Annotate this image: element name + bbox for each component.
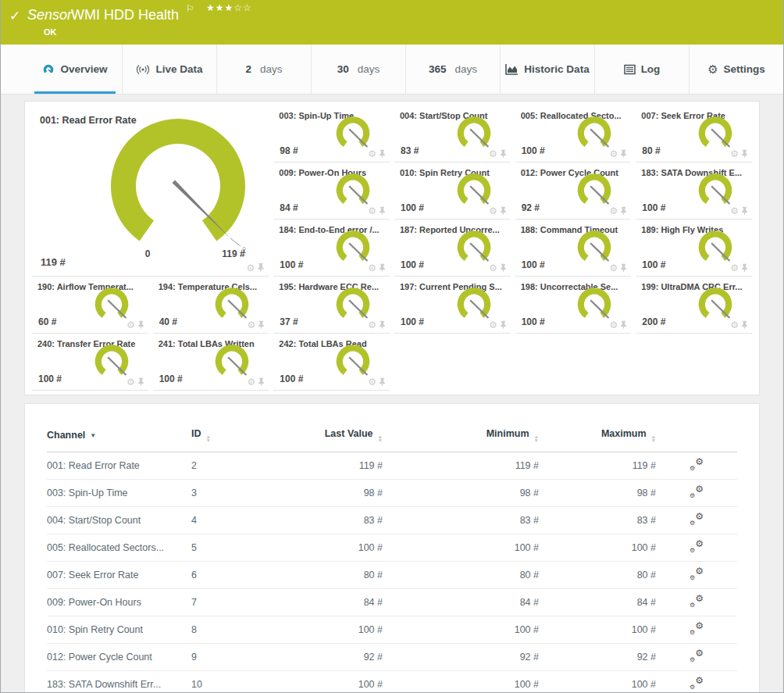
column-header-minimum[interactable]: Minimum▲▼: [383, 421, 539, 452]
flag-icon[interactable]: ⚐: [186, 3, 194, 14]
gauge-cell[interactable]: 005: Reallocated Secto... 100 # ⚙: [515, 105, 632, 163]
gear-icon[interactable]: ⚙: [368, 206, 376, 216]
column-header-channel[interactable]: Channel▼: [47, 421, 191, 452]
gear-icon[interactable]: ⚙: [610, 263, 618, 273]
channel-settings-gears-icon[interactable]: ⚙⚙: [690, 568, 704, 580]
gauge-cell[interactable]: 241: Total LBAs Written 100 # ⚙: [153, 334, 269, 391]
pin-icon[interactable]: [620, 149, 627, 159]
tab-overview[interactable]: Overview: [28, 45, 122, 94]
table-row[interactable]: 007: Seek Error Rate 6 80 # 80 # 80 # ⚙⚙: [47, 562, 737, 589]
gauge-cell[interactable]: 183: SATA Downshift E... 100 # ⚙: [636, 163, 752, 220]
cell-channel[interactable]: 003: Spin-Up Time: [47, 480, 191, 507]
pin-icon[interactable]: [741, 263, 748, 273]
table-row[interactable]: 001: Read Error Rate 2 119 # 119 # 119 #…: [47, 452, 737, 480]
pin-icon[interactable]: [741, 149, 748, 159]
gauge-cell[interactable]: 012: Power Cycle Count 92 # ⚙: [515, 163, 632, 220]
column-header-last-value[interactable]: Last Value▲▼: [265, 421, 383, 452]
table-row[interactable]: 010: Spin Retry Count 8 100 # 100 # 100 …: [47, 616, 737, 644]
gauge-cell[interactable]: 240: Transfer Error Rate 100 # ⚙: [32, 334, 148, 391]
channel-settings-gears-icon[interactable]: ⚙⚙: [690, 513, 704, 525]
pin-icon[interactable]: [379, 206, 386, 216]
table-row[interactable]: 009: Power-On Hours 7 84 # 84 # 84 # ⚙⚙: [47, 589, 737, 616]
column-header-id[interactable]: ID▲▼: [191, 421, 265, 452]
pin-icon[interactable]: [379, 320, 386, 330]
channel-settings-gears-icon[interactable]: ⚙⚙: [690, 677, 704, 689]
pin-icon[interactable]: [137, 320, 144, 330]
tab-365-days[interactable]: 365 days: [405, 45, 500, 94]
gauge-cell[interactable]: 195: Hardware ECC Re... 37 # ⚙: [273, 277, 390, 334]
channel-settings-gears-icon[interactable]: ⚙⚙: [690, 459, 704, 470]
cell-channel[interactable]: 004: Start/Stop Count: [47, 507, 191, 534]
cell-channel[interactable]: 009: Power-On Hours: [47, 589, 191, 616]
table-row[interactable]: 003: Spin-Up Time 3 98 # 98 # 98 # ⚙⚙: [47, 480, 737, 507]
cell-channel[interactable]: 010: Spin Retry Count: [47, 616, 191, 644]
gear-icon[interactable]: ⚙: [489, 320, 497, 330]
pin-icon[interactable]: [258, 320, 265, 330]
channel-settings-gears-icon[interactable]: ⚙⚙: [690, 541, 704, 552]
gear-icon[interactable]: ⚙: [489, 206, 497, 216]
gear-icon[interactable]: ⚙: [127, 320, 135, 330]
gear-icon[interactable]: ⚙: [730, 149, 739, 159]
gear-icon[interactable]: ⚙: [610, 149, 618, 159]
gauge-cell[interactable]: 003: Spin-Up Time 98 # ⚙: [273, 105, 390, 163]
cell-channel[interactable]: 005: Reallocated Sectors...: [47, 534, 191, 562]
gauge-cell[interactable]: 004: Start/Stop Count 83 # ⚙: [394, 105, 511, 163]
tab-settings[interactable]: ⚙ Settings: [689, 45, 783, 94]
gear-icon[interactable]: ⚙: [368, 377, 376, 387]
pin-icon[interactable]: [257, 263, 265, 273]
channel-settings-gears-icon[interactable]: ⚙⚙: [690, 486, 704, 498]
pin-icon[interactable]: [500, 149, 507, 159]
table-row[interactable]: 005: Reallocated Sectors... 5 100 # 100 …: [47, 534, 737, 562]
gear-icon[interactable]: ⚙: [489, 149, 497, 159]
gear-icon[interactable]: ⚙: [248, 377, 256, 387]
gear-icon[interactable]: ⚙: [248, 320, 256, 330]
pin-icon[interactable]: [500, 206, 507, 216]
gear-icon[interactable]: ⚙: [610, 320, 618, 330]
gear-icon[interactable]: ⚙: [730, 320, 739, 330]
gauge-cell[interactable]: 007: Seek Error Rate 80 # ⚙: [636, 105, 752, 163]
gauge-cell[interactable]: 194: Temperature Cels... 40 # ⚙: [153, 277, 269, 334]
gauge-cell[interactable]: 184: End-to-End error /... 100 # ⚙: [273, 220, 390, 277]
pin-icon[interactable]: [620, 206, 627, 216]
pin-icon[interactable]: [620, 320, 627, 330]
table-row[interactable]: 004: Start/Stop Count 4 83 # 83 # 83 # ⚙…: [47, 507, 737, 534]
pin-icon[interactable]: [137, 377, 144, 387]
tab-historic-data[interactable]: Historic Data: [500, 45, 594, 94]
gear-icon[interactable]: ⚙: [489, 263, 497, 273]
cell-channel[interactable]: 183: SATA Downshift Err...: [47, 671, 191, 693]
channel-settings-gears-icon[interactable]: ⚙⚙: [690, 623, 704, 634]
table-row[interactable]: 012: Power Cycle Count 9 92 # 92 # 92 # …: [47, 644, 737, 671]
gear-icon[interactable]: ⚙: [247, 263, 255, 273]
gauge-cell[interactable]: 188: Command Timeout 100 # ⚙: [515, 220, 632, 277]
gauge-cell[interactable]: 198: Uncorrectable Se... 100 # ⚙: [515, 277, 632, 334]
gauge-cell[interactable]: 199: UltraDMA CRC Err... 200 # ⚙: [636, 277, 752, 334]
gear-icon[interactable]: ⚙: [368, 149, 376, 159]
channel-settings-gears-icon[interactable]: ⚙⚙: [690, 595, 704, 607]
priority-stars[interactable]: ★★★☆☆: [206, 2, 252, 13]
pin-icon[interactable]: [379, 263, 386, 273]
cell-channel[interactable]: 001: Read Error Rate: [47, 452, 191, 480]
gauge-cell[interactable]: 242: Total LBAs Read 100 # ⚙: [273, 334, 390, 391]
gear-icon[interactable]: ⚙: [127, 377, 135, 387]
pin-icon[interactable]: [620, 263, 627, 273]
primary-gauge-cell[interactable]: 001: Read Error Rate x̄ 0 119 # 119 # ⚙: [32, 105, 269, 277]
pin-icon[interactable]: [741, 206, 748, 216]
gear-icon[interactable]: ⚙: [730, 206, 739, 216]
channel-settings-gears-icon[interactable]: ⚙⚙: [690, 650, 704, 662]
table-row[interactable]: 183: SATA Downshift Err... 10 100 # 100 …: [47, 671, 737, 693]
gauge-cell[interactable]: 010: Spin Retry Count 100 # ⚙: [394, 163, 511, 220]
gear-icon[interactable]: ⚙: [368, 263, 376, 273]
gauge-cell[interactable]: 189: High Fly Writes 100 # ⚙: [636, 220, 752, 277]
pin-icon[interactable]: [500, 263, 507, 273]
gauge-cell[interactable]: 190: Airflow Temperat... 60 # ⚙: [32, 277, 148, 334]
tab-30-days[interactable]: 30 days: [311, 45, 405, 94]
tab-log[interactable]: Log: [594, 45, 689, 94]
pin-icon[interactable]: [379, 149, 386, 159]
gear-icon[interactable]: ⚙: [610, 206, 618, 216]
cell-channel[interactable]: 007: Seek Error Rate: [47, 562, 191, 589]
cell-channel[interactable]: 012: Power Cycle Count: [47, 644, 191, 671]
tab-live-data[interactable]: Live Data: [122, 45, 216, 94]
pin-icon[interactable]: [258, 377, 265, 387]
tab-2-days[interactable]: 2 days: [216, 45, 311, 94]
pin-icon[interactable]: [741, 320, 748, 330]
